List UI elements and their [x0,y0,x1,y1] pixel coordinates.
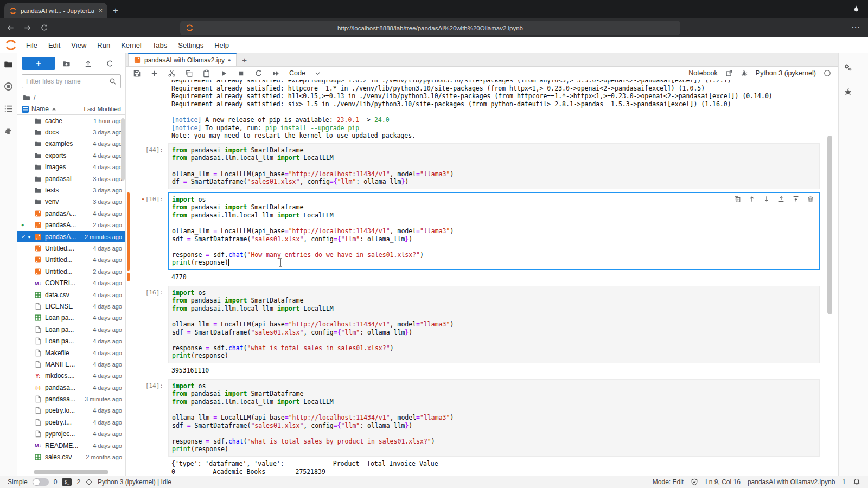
cursor-position[interactable]: Ln 9, Col 16 [705,478,741,486]
column-last-modified[interactable]: Last Modified [84,106,121,112]
launcher-external-icon[interactable] [725,69,733,77]
notebook-content[interactable]: Requirement already satisfied: exception… [126,80,838,476]
menu-help[interactable]: Help [209,41,234,49]
restart-kernel-icon[interactable] [254,69,263,78]
reload-icon[interactable] [40,24,48,32]
upload-icon[interactable] [77,60,99,68]
insert-cell-icon[interactable] [150,69,158,78]
code-editor[interactable]: import osfrom pandasai import SmartDataf… [168,192,820,270]
file-row[interactable]: Untitled...4 days ago [17,254,125,266]
new-tab-button[interactable]: + [107,3,124,18]
file-row[interactable]: exports4 days ago [17,150,125,161]
browser-tab[interactable]: pandasAI wit... - JupyterLab × [4,3,107,18]
bell-icon[interactable] [853,478,860,486]
menu-view[interactable]: View [66,41,92,49]
file-row[interactable]: venv3 days ago [17,196,125,208]
file-row[interactable]: {:}pandasa...4 days ago [17,382,125,393]
notebook-mode-label[interactable]: Notebook [688,69,718,77]
file-row[interactable]: pyprojec...4 days ago [17,428,125,440]
menu-file[interactable]: File [21,41,43,49]
insert-cell-above-icon[interactable] [777,195,785,203]
file-row[interactable]: pandasa...3 minutes ago [17,393,125,404]
url-bar[interactable]: http://localhost:8888/lab/tree/pandasAI%… [180,21,680,35]
file-row[interactable]: M↓CONTRI...4 days ago [17,277,125,288]
code-editor[interactable]: from pandasai import SmartDataframefrom … [168,143,820,189]
status-filename[interactable]: pandasAI with Ollamav2.ipynb [748,478,835,486]
file-row[interactable]: Untitled...2 days ago [17,266,125,277]
file-row[interactable]: Y:mkdocs....4 days ago [17,370,125,382]
kernel-sessions-icon[interactable] [85,478,93,486]
file-row[interactable]: ✓●pandasA...2 minutes ago [17,231,125,242]
file-row[interactable]: Loan pa...4 days ago [17,324,125,335]
notebook-vscrollbar[interactable] [827,136,832,314]
file-browser-icon[interactable] [4,60,13,69]
file-row[interactable]: poetry.t...4 days ago [17,416,125,428]
file-filter-box[interactable] [22,74,121,88]
column-name[interactable]: Name [31,105,49,113]
kernel-name-label[interactable]: Python 3 (ipykernel) [756,69,816,77]
new-folder-icon[interactable] [55,60,77,68]
stop-icon[interactable] [237,69,245,78]
running-kernels-icon[interactable] [4,82,13,91]
file-row[interactable]: data.csv4 days ago [17,289,125,300]
notebook-tab[interactable]: pandasAI with Ollamav2.ipy ● [128,53,237,66]
file-filter-input[interactable] [26,78,107,85]
kernel-status-text[interactable]: Python 3 (ipykernel) | Idle [98,478,171,486]
terminal-icon[interactable]: $_ [62,478,72,486]
menu-kernel[interactable]: Kernel [116,41,147,49]
menu-edit[interactable]: Edit [43,41,66,49]
restart-run-all-icon[interactable] [272,69,280,78]
file-row[interactable]: LICENSE4 days ago [17,300,125,312]
dirty-indicator-icon[interactable]: ● [228,57,231,63]
menu-tabs[interactable]: Tabs [147,41,173,49]
chevron-down-icon[interactable] [315,72,321,75]
file-row[interactable]: poetry.lo...4 days ago [17,405,125,416]
move-cell-down-icon[interactable] [763,195,770,203]
file-row[interactable]: Loan pa...4 days ago [17,335,125,346]
file-list-hscrollbar[interactable] [34,470,108,474]
file-row[interactable]: Loan pa...4 days ago [17,312,125,324]
mode-indicator[interactable]: Mode: Edit [653,478,684,486]
file-row[interactable]: pandasai3 days ago [17,173,125,184]
debugger-bug-icon[interactable] [741,69,748,77]
file-row[interactable]: cache1 hour ago [17,115,125,126]
simple-mode-toggle[interactable] [33,478,49,486]
file-list-vscrollbar[interactable] [121,118,125,181]
delete-cell-icon[interactable] [807,195,814,203]
run-icon[interactable] [220,69,228,78]
extension-manager-icon[interactable] [4,126,13,136]
file-row[interactable]: M↓README...4 days ago [17,440,125,451]
file-row[interactable]: examples4 days ago [17,138,125,150]
code-editor[interactable]: import osfrom pandasai import SmartDataf… [168,286,820,363]
menu-settings[interactable]: Settings [173,41,209,49]
table-of-contents-icon[interactable] [4,104,13,113]
file-row[interactable]: Makefile4 days ago [17,347,125,358]
file-row[interactable]: ●pandasA...2 days ago [17,220,125,231]
file-row[interactable]: tests3 days ago [17,184,125,196]
menu-run[interactable]: Run [92,41,116,49]
insert-cell-below-icon[interactable] [792,195,800,203]
cut-icon[interactable] [168,69,176,78]
forward-icon[interactable] [23,24,31,32]
cell-type-select[interactable]: Code [289,69,305,77]
debugger-bug-icon[interactable] [844,87,852,96]
code-editor[interactable]: import osfrom pandasai import SmartDataf… [168,379,820,457]
back-icon[interactable] [7,24,15,32]
file-row[interactable]: images4 days ago [17,162,125,173]
tab-close-icon[interactable]: × [98,7,103,15]
file-row[interactable]: Untitled....4 days ago [17,242,125,254]
new-launcher-button[interactable]: + [22,57,55,70]
add-document-tab-button[interactable]: + [237,53,253,66]
property-inspector-gears-icon[interactable] [844,63,852,72]
kernel-status-icon[interactable] [824,69,831,77]
file-row[interactable]: MANIFE...4 days ago [17,358,125,370]
copy-icon[interactable] [185,69,193,78]
file-row[interactable]: pandasA...4 days ago [17,208,125,219]
save-icon[interactable] [133,69,141,78]
refresh-icon[interactable] [99,60,121,68]
breadcrumb-root[interactable]: / [34,93,36,101]
duplicate-cell-icon[interactable] [733,195,741,203]
file-row[interactable]: docs3 days ago [17,126,125,138]
paste-icon[interactable] [202,69,210,78]
select-all-icon[interactable] [22,106,29,113]
